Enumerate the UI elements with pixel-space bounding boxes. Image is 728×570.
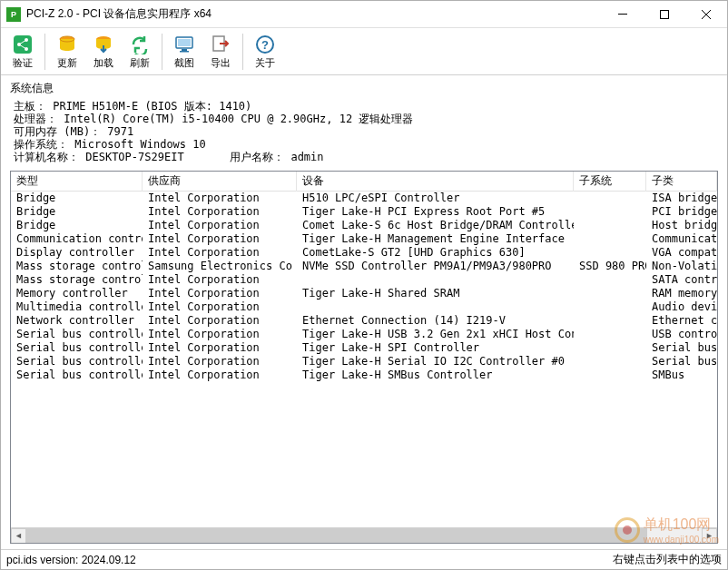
value: Intel(R) Core(TM) i5-10400 CPU @ 2.90GHz… [64,113,413,125]
table-row[interactable]: Mass storage controllerSamsung Electroni… [11,260,717,273]
table-cell: CometLake-S GT2 [UHD Graphics 630] [297,246,574,260]
export-icon [210,34,231,55]
table-cell: VGA compati [646,246,717,260]
table-row[interactable]: Communication controllerIntel Corporatio… [11,232,717,246]
table-cell: Serial bus [646,341,717,355]
toolbar-label: 刷新 [130,56,150,70]
value: 7971 [107,125,133,138]
load-button[interactable]: 加载 [85,32,122,72]
table-row[interactable]: Multimedia controllerIntel CorporationAu… [11,300,717,314]
statusbar: pci.ids version: 2024.09.12 右键点击列表中的选项 [1,549,727,569]
table-row[interactable]: BridgeIntel CorporationComet Lake-S 6c H… [11,219,717,232]
minimize-button[interactable] [602,1,644,28]
horizontal-scrollbar[interactable]: ◄ ► [11,527,717,543]
table-cell: Memory controller [11,287,143,300]
label: 可用内存 (MB)： [14,125,101,138]
database-arrow-icon [93,34,114,55]
table-cell: Non-Volatil [646,260,717,273]
table-cell: Tiger Lake-H SPI Controller [297,341,574,355]
table-body[interactable]: BridgeIntel CorporationH510 LPC/eSPI Con… [11,192,717,382]
app-icon: P [6,7,21,22]
refresh-button[interactable]: 刷新 [122,32,158,72]
table-cell: Tiger Lake-H SMBus Controller [297,369,574,382]
close-button[interactable] [685,1,727,28]
database-icon [56,34,78,55]
table-row[interactable]: Display controllerIntel CorporationComet… [11,246,717,260]
table-cell: Tiger Lake-H Serial IO I2C Controller #0 [297,355,574,369]
about-button[interactable]: ? 关于 [247,32,283,72]
export-button[interactable]: 导出 [202,32,239,72]
scroll-left-button[interactable]: ◄ [11,528,26,544]
table-cell: Serial bus controller [11,341,143,355]
table-cell: Network controller [11,314,143,328]
label: 主板： [14,100,46,113]
svg-rect-15 [182,49,187,51]
table-cell: Intel Corporation [143,232,297,246]
table-cell: Intel Corporation [143,341,297,355]
table-row[interactable]: Serial bus controllerIntel CorporationTi… [11,355,717,369]
scroll-right-button[interactable]: ► [702,528,717,544]
refresh-icon [129,34,151,55]
svg-rect-1 [661,10,669,18]
titlebar: P PCI-Z 2.0 - PCI 设备信息实用程序 x64 [1,1,727,28]
scroll-thumb[interactable] [26,528,647,544]
table-scroll: 类型 供应商 设备 子系统 子类 BridgeIntel Corporation… [11,172,717,527]
table-row[interactable]: Memory controllerIntel CorporationTiger … [11,287,717,300]
window-title: PCI-Z 2.0 - PCI 设备信息实用程序 x64 [26,6,602,22]
table-row[interactable]: Mass storage controllerIntel Corporation… [11,273,717,287]
label: 处理器： [14,113,57,125]
table-header: 类型 供应商 设备 子系统 子类 [11,172,717,192]
toolbar-label: 截图 [174,56,194,70]
table-cell: Host bridge [646,219,717,232]
table-row[interactable]: BridgeIntel CorporationH510 LPC/eSPI Con… [11,192,717,205]
column-header-type[interactable]: 类型 [11,172,143,192]
table-row[interactable]: Serial bus controllerIntel CorporationTi… [11,369,717,382]
column-header-vendor[interactable]: 供应商 [143,172,297,192]
table-cell: Samsung Electronics Co Ltd [143,260,297,273]
system-info-title: 系统信息 [10,81,718,96]
column-header-class[interactable]: 子类 [646,172,717,192]
table-cell: USB control [646,328,717,341]
maximize-button[interactable] [644,1,685,28]
table-row[interactable]: Serial bus controllerIntel CorporationTi… [11,328,717,341]
monitor-icon [173,34,195,55]
column-header-subsystem[interactable]: 子系统 [574,172,646,192]
toolbar: 验证 更新 加载 刷新 截图 导出 ? 关于 [1,28,727,75]
update-button[interactable]: 更新 [49,32,85,72]
toolbar-separator [162,34,162,70]
table-cell: Bridge [11,219,143,232]
content-area: 系统信息 主板： PRIME H510M-E (BIOS 版本: 1410) 处… [1,75,727,549]
table-cell: Serial bus controller [11,355,143,369]
table-cell: Intel Corporation [143,192,297,205]
table-cell: Tiger Lake-H Shared SRAM [297,287,574,300]
toolbar-label: 加载 [93,56,113,70]
table-cell: Intel Corporation [143,246,297,260]
device-table: 类型 供应商 设备 子系统 子类 BridgeIntel Corporation… [10,171,718,544]
window-controls [602,1,727,28]
table-cell: Intel Corporation [143,355,297,369]
column-header-device[interactable]: 设备 [297,172,574,192]
table-cell: PCI bridge [646,205,717,219]
table-row[interactable]: BridgeIntel CorporationTiger Lake-H PCI … [11,205,717,219]
table-cell: Communication controller [11,232,143,246]
table-cell: Ethernet co [646,314,717,328]
table-row[interactable]: Serial bus controllerIntel CorporationTi… [11,341,717,355]
svg-rect-14 [178,39,191,46]
maximize-icon [660,10,669,19]
minimize-icon [618,14,627,15]
table-cell: Tiger Lake-H PCI Express Root Port #5 [297,205,574,219]
table-cell: Communicati [646,232,717,246]
table-cell: Serial bus controller [11,328,143,341]
toolbar-label: 验证 [13,56,33,70]
table-cell: H510 LPC/eSPI Controller [297,192,574,205]
table-cell: Mass storage controller [11,260,143,273]
scroll-track[interactable] [26,528,702,544]
table-cell: RAM memory [646,287,717,300]
value: admin [290,151,323,163]
screenshot-button[interactable]: 截图 [166,32,202,72]
verify-button[interactable]: 验证 [5,32,41,72]
status-right: 右键点击列表中的选项 [613,552,722,567]
svg-rect-16 [180,51,189,53]
table-cell: Audio devic [646,300,717,314]
table-row[interactable]: Network controllerIntel CorporationEther… [11,314,717,328]
